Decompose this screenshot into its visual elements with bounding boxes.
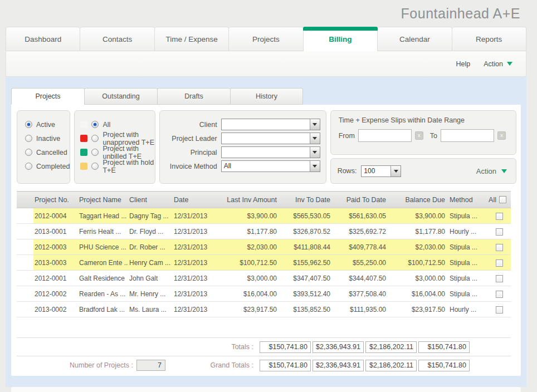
client-label: Client	[163, 121, 217, 129]
projects-panel: Active Inactive Cancelled Completed	[11, 105, 521, 376]
select-value	[222, 119, 310, 130]
rows-select[interactable]: 100	[361, 165, 401, 177]
row-checkbox[interactable]	[496, 291, 503, 298]
subtab-history[interactable]: History	[230, 88, 303, 105]
chevron-down-icon[interactable]	[310, 161, 320, 171]
totals-paid-to-date: $2,186,202.11	[365, 341, 417, 353]
cell-checkbox	[487, 208, 511, 224]
tab-time-expense[interactable]: Time / Expense	[155, 27, 229, 51]
to-label: To	[430, 132, 437, 140]
cell-inv-to-date: $155,962.50	[280, 255, 334, 271]
sub-tab-bar: Projects Outstanding Drafts History	[11, 88, 526, 105]
cell-project-no: 2012-0004	[33, 208, 78, 224]
radio-completed[interactable]: Completed	[25, 159, 70, 173]
chevron-down-icon[interactable]	[390, 166, 401, 177]
status-filter-box: Active Inactive Cancelled Completed	[17, 110, 70, 184]
chevron-down-icon	[501, 169, 507, 173]
tab-contacts[interactable]: Contacts	[80, 27, 154, 51]
select-all-checkbox[interactable]	[499, 196, 506, 203]
radio-unbilled-te[interactable]: Project with unbilled T+E	[80, 145, 154, 159]
from-date-input[interactable]	[358, 129, 412, 142]
row-checkbox[interactable]	[496, 275, 503, 282]
header-paid-to-date[interactable]: Paid To Date	[334, 192, 389, 208]
totals-balance-due: $150,741.80	[418, 341, 470, 353]
header-last-inv-amount[interactable]: Last Inv Amount	[223, 192, 280, 208]
project-leader-select[interactable]	[221, 133, 320, 144]
header-project-no[interactable]: Project No.	[33, 192, 78, 208]
cell-checkbox	[487, 302, 511, 317]
radio-icon	[25, 163, 32, 170]
table-row[interactable]: 2012-0002 Rearden - As ... Mr. Henry ...…	[17, 286, 511, 302]
table-row[interactable]: 2012-0001 Galt Residence John Galt 12/31…	[17, 271, 511, 286]
subtab-outstanding[interactable]: Outstanding	[84, 88, 157, 105]
table-row[interactable]: 2012-0004 Taggart Head ... Dagny Tag ...…	[17, 208, 511, 224]
right-filter-column: Time + Expense Slips within Date Range F…	[330, 110, 516, 184]
chevron-down-icon[interactable]	[310, 119, 320, 130]
cell-project-no: 2012-0001	[33, 271, 78, 286]
chevron-down-icon[interactable]	[310, 133, 320, 144]
subtab-drafts[interactable]: Drafts	[157, 88, 230, 105]
radio-inactive[interactable]: Inactive	[25, 131, 70, 145]
to-date-input[interactable]	[441, 129, 494, 142]
clear-from-date-icon[interactable]: x	[415, 131, 423, 140]
tab-label: Reports	[476, 35, 502, 43]
row-checkbox[interactable]	[496, 244, 503, 251]
cell-balance-due: $2,030.00	[389, 239, 448, 255]
select-value: All	[222, 161, 310, 171]
legend-swatch-green	[80, 149, 87, 156]
table-row[interactable]: 2013-0002 Bradford Lak ... Ms. Laura ...…	[17, 302, 511, 317]
tab-billing[interactable]: Billing	[304, 27, 378, 51]
header-method[interactable]: Method	[448, 192, 487, 208]
cell-project-name: Galt Residence	[78, 271, 128, 286]
cell-date: 12/31/2013	[173, 286, 223, 302]
header-project-name[interactable]: Project Name	[78, 192, 128, 208]
header-inv-to-date[interactable]: Inv To Date	[280, 192, 334, 208]
tab-reports[interactable]: Reports	[452, 27, 526, 51]
invoice-method-select[interactable]: All	[221, 160, 320, 172]
cell-project-name: Cameron Ente ...	[78, 255, 128, 271]
chevron-down-icon[interactable]	[310, 147, 320, 158]
header-date[interactable]: Date	[173, 192, 223, 208]
tab-dashboard[interactable]: Dashboard	[6, 27, 80, 51]
table-action-menu[interactable]: Action	[476, 167, 507, 175]
radio-unapproved-te[interactable]: Project with unapproved T+E	[80, 131, 154, 145]
number-of-projects-value: 7	[136, 360, 165, 371]
cell-last-inv: $23,917.50	[223, 302, 280, 317]
table-row[interactable]: 2012-0003 PHU Science ... Dr. Rober ... …	[17, 239, 511, 255]
subtab-label: Drafts	[184, 92, 203, 100]
help-link[interactable]: Help	[456, 60, 471, 68]
cell-client: Ms. Laura ...	[128, 302, 173, 317]
row-checkbox[interactable]	[496, 306, 503, 313]
cell-last-inv: $100,712.50	[223, 255, 280, 271]
radio-active[interactable]: Active	[25, 117, 70, 131]
cell-method: Stipula ...	[448, 255, 487, 271]
subtab-projects[interactable]: Projects	[11, 88, 84, 105]
cell-inv-to-date: $393,512.40	[280, 286, 334, 302]
row-checkbox[interactable]	[496, 259, 503, 267]
clear-to-date-icon[interactable]: x	[497, 131, 506, 140]
table-row[interactable]: 2013-0003 Cameron Ente ... Henry Cam ...…	[17, 255, 511, 271]
radio-icon	[91, 121, 99, 128]
header-indicator	[17, 192, 33, 208]
radio-hold-te[interactable]: Project with hold T+E	[80, 159, 154, 173]
cell-last-inv: $3,000.00	[223, 271, 280, 286]
rows-label: Rows:	[338, 167, 357, 175]
cell-method: Stipula ...	[448, 286, 487, 302]
tab-projects[interactable]: Projects	[229, 27, 303, 51]
client-select[interactable]	[221, 119, 320, 130]
radio-all[interactable]: All	[80, 117, 154, 131]
rows-action-box: Rows: 100 Action	[330, 158, 516, 184]
tab-label: Time / Expense	[165, 35, 217, 43]
tab-calendar[interactable]: Calendar	[378, 27, 452, 51]
header-balance-due[interactable]: Balance Due	[389, 192, 448, 208]
main-tab-bar: Dashboard Contacts Time / Expense Projec…	[6, 27, 526, 51]
table-row[interactable]: 2013-0001 Ferris Healt ... Dr. Floyd ...…	[17, 224, 511, 239]
row-checkbox[interactable]	[496, 213, 503, 220]
radio-cancelled[interactable]: Cancelled	[25, 145, 70, 159]
row-checkbox[interactable]	[496, 228, 503, 236]
action-menu[interactable]: Action	[484, 60, 512, 68]
header-client[interactable]: Client	[128, 192, 173, 208]
next-panel-edge	[11, 387, 521, 392]
principal-select[interactable]	[221, 146, 320, 158]
cell-indicator	[17, 239, 33, 255]
